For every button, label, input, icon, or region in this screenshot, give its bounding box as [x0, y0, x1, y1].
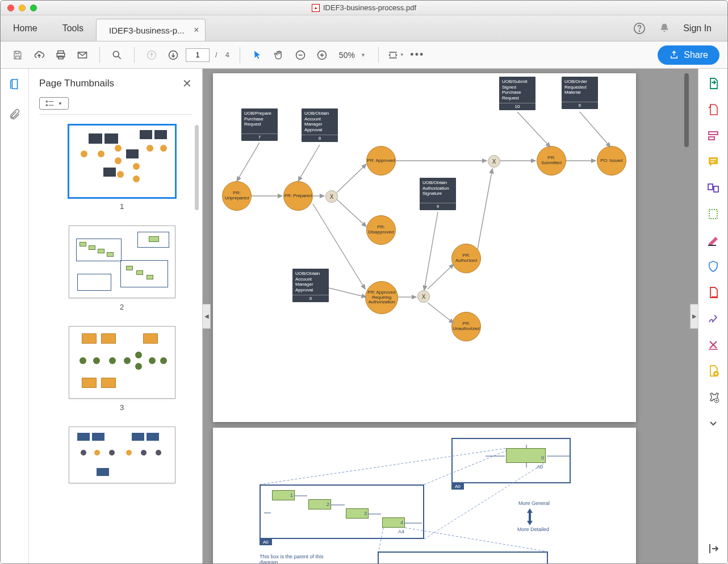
mail-icon[interactable]: [73, 46, 91, 64]
page-1: UOB/Prepare Purchase Request7 UOB/Obtain…: [213, 73, 636, 422]
tab-tools[interactable]: Tools: [50, 15, 96, 41]
junction-x-1: X: [325, 190, 338, 203]
svg-rect-36: [709, 132, 718, 135]
hand-tool-icon[interactable]: [270, 46, 288, 64]
svg-rect-37: [709, 137, 714, 140]
page-2: A0 0 A0 A0 1 2 3 4 A4 This box is the pa…: [213, 428, 636, 563]
num-3a: 3: [364, 511, 367, 516]
thumbnail-options-button[interactable]: ▼: [39, 97, 69, 110]
document-scrollbar[interactable]: [684, 73, 689, 147]
svg-line-26: [478, 169, 492, 249]
page-up-icon[interactable]: [143, 46, 161, 64]
a4-label: A4: [398, 529, 404, 534]
chevron-down-icon: ▼: [361, 52, 366, 58]
share-button[interactable]: Share: [658, 45, 719, 65]
collapse-rail-icon[interactable]: [706, 542, 720, 555]
node-unprepared: PR: Unprepared: [222, 181, 252, 211]
num-2a: 2: [327, 502, 329, 507]
select-tool-icon[interactable]: [248, 46, 266, 64]
zoom-select[interactable]: 50%▼: [334, 51, 370, 60]
export-pdf-icon[interactable]: [706, 77, 720, 90]
node-unauthorized: PR: Unauthorized: [451, 312, 481, 341]
svg-point-12: [46, 105, 47, 106]
svg-rect-40: [709, 210, 717, 219]
close-window-button[interactable]: [7, 5, 14, 11]
thumbnail-page-2[interactable]: [69, 225, 175, 298]
frame-a42: [378, 552, 548, 563]
tab-home[interactable]: Home: [1, 15, 50, 41]
window-titlebar: ▲ IDEF3-business-process.pdf: [1, 1, 727, 15]
label-a0-top: A0: [451, 483, 464, 490]
more-tools-x-icon[interactable]: [706, 338, 720, 352]
combine-files-icon[interactable]: [706, 181, 720, 195]
thumbnails-scrollbar[interactable]: [195, 125, 199, 210]
thumbnail-label-2: 2: [52, 303, 192, 311]
tab-document-label: IDEF3-business-p...: [109, 26, 185, 35]
thumbnail-label-1: 1: [52, 202, 192, 211]
save-icon[interactable]: [9, 46, 27, 64]
settings-icon[interactable]: [706, 390, 720, 404]
collapse-left-button[interactable]: ◀: [203, 304, 211, 329]
fill-sign-icon[interactable]: [706, 312, 720, 325]
page-total: 4: [223, 51, 232, 59]
share-icon: [669, 50, 679, 60]
svg-point-11: [46, 101, 47, 102]
zoom-value: 50%: [339, 51, 355, 60]
tab-close-button[interactable]: ×: [194, 25, 199, 35]
svg-line-14: [237, 143, 260, 181]
page-down-icon[interactable]: [164, 46, 182, 64]
tab-document[interactable]: IDEF3-business-p... ×: [96, 19, 206, 41]
svg-line-17: [337, 164, 366, 193]
node-po-issued: PO: Issued: [597, 146, 626, 176]
uob-box-10: UOB/Submit Signed Purchase Request10: [499, 77, 535, 110]
edit-pdf-icon[interactable]: [706, 129, 720, 143]
convert-icon[interactable]: [706, 364, 720, 378]
comment-icon[interactable]: [706, 155, 720, 169]
zoom-out-icon[interactable]: [291, 46, 309, 64]
window-controls: [1, 5, 37, 11]
bell-icon[interactable]: [658, 22, 671, 35]
thumbnails-list: 1 2: [29, 115, 202, 563]
protect-icon[interactable]: [706, 260, 720, 273]
more-tools-icon[interactable]: •••: [408, 46, 426, 64]
svg-line-16: [298, 145, 320, 181]
minimize-window-button[interactable]: [19, 5, 26, 11]
node-submitted: PR: Submitted: [537, 146, 566, 176]
print-icon[interactable]: [52, 46, 70, 64]
page-number-input[interactable]: [186, 48, 210, 62]
redact-icon[interactable]: [706, 233, 720, 247]
sign-in-button[interactable]: Sign In: [683, 23, 712, 34]
thumbnail-label-3: 3: [52, 403, 192, 412]
right-tools-rail: [698, 69, 727, 563]
attachments-icon[interactable]: [9, 108, 21, 123]
thumbnail-page-3[interactable]: [69, 326, 175, 399]
document-view[interactable]: ◀ ▶ UOB/Prepare Purchase Request7 UOB/Ob…: [203, 69, 698, 563]
toolbar: / 4 50%▼ ▼ ••• Share: [1, 41, 727, 69]
organize-pages-icon[interactable]: [706, 207, 720, 221]
maximize-window-button[interactable]: [30, 5, 37, 11]
help-icon[interactable]: [633, 22, 646, 35]
cloud-upload-icon[interactable]: [30, 46, 48, 64]
collapse-right-button[interactable]: ▶: [690, 304, 698, 329]
compress-icon[interactable]: [706, 286, 720, 299]
double-arrow-icon: [524, 507, 535, 527]
more-general-label: More General: [518, 500, 550, 506]
thumbnails-icon[interactable]: [9, 78, 21, 93]
svg-point-1: [639, 31, 640, 31]
search-icon[interactable]: [108, 46, 126, 64]
thumbnail-page-4[interactable]: [69, 427, 175, 483]
create-pdf-icon[interactable]: [706, 103, 720, 116]
zoom-in-icon[interactable]: [313, 46, 331, 64]
window-title: ▲ IDEF3-business-process.pdf: [312, 3, 416, 12]
pdf-icon: ▲: [312, 4, 320, 12]
uob-box-8a: UOB/Obtain Account Manager Approval8: [302, 108, 338, 142]
thumbnail-page-1[interactable]: [69, 125, 175, 198]
label-a0-left: A0: [260, 539, 272, 545]
panel-close-button[interactable]: ✕: [182, 77, 192, 90]
node-authorized: PR: Authorized: [451, 244, 481, 273]
a0-label-top: A0: [537, 464, 543, 470]
fit-width-icon[interactable]: ▼: [387, 46, 405, 64]
workspace: Page Thumbnails ✕ ▼: [1, 69, 727, 563]
svg-rect-39: [714, 186, 718, 192]
expand-tools-icon[interactable]: [706, 416, 720, 430]
